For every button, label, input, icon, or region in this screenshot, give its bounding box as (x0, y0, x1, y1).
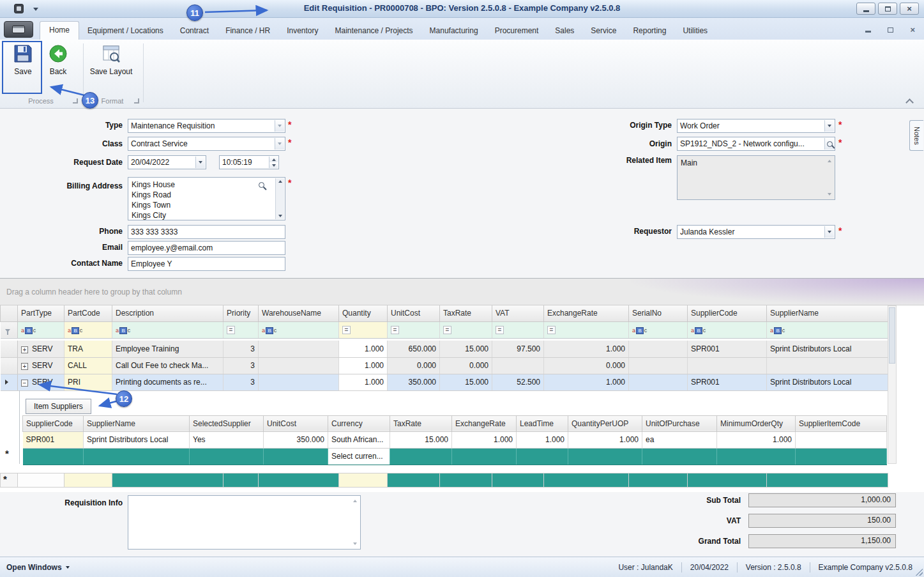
process-group-launcher-icon[interactable] (73, 98, 78, 104)
filter-partcode[interactable] (64, 321, 112, 338)
filter-parttype[interactable] (18, 321, 64, 338)
cell-serialno[interactable] (629, 341, 688, 357)
cell-suppliername[interactable] (767, 357, 888, 374)
tab-maintenance-projects[interactable]: Maintenance / Projects (327, 22, 421, 40)
collapse-row-icon[interactable] (21, 380, 28, 387)
subcolumn-exchangerate[interactable]: ExchangeRate (452, 415, 517, 431)
billing-address-scrollbar[interactable] (275, 178, 284, 219)
tab-home[interactable]: Home (40, 21, 79, 40)
format-group-launcher-icon[interactable] (134, 98, 139, 104)
close-button[interactable]: × (900, 3, 919, 15)
cell-serialno[interactable] (629, 374, 688, 390)
cell-taxrate[interactable]: 15.000 (440, 341, 492, 357)
tab-finance-hr[interactable]: Finance / HR (217, 22, 278, 40)
new-cell-quantity[interactable] (339, 473, 388, 487)
subcell-leadtime[interactable]: 1.000 (517, 431, 568, 448)
search-icon[interactable] (259, 182, 264, 188)
grid-row-3-selected[interactable]: SERV PRI Printing documents as re... 3 1… (1, 374, 888, 390)
column-header-priority[interactable]: Priority (223, 305, 259, 321)
scroll-down-icon[interactable] (353, 542, 357, 545)
chevron-down-icon[interactable] (195, 157, 205, 168)
cell-exchangerate[interactable]: 1.000 (544, 374, 629, 390)
type-field[interactable]: Maintenance Requisition (128, 119, 285, 133)
grid-vertical-scrollbar[interactable] (888, 305, 897, 464)
filter-warehousename[interactable] (259, 321, 339, 338)
open-windows-button[interactable]: Open Windows (6, 563, 70, 572)
scrollbar-thumb[interactable] (889, 307, 895, 364)
scroll-up-icon[interactable] (278, 180, 282, 183)
subcell-unitcost[interactable]: 350.000 (264, 431, 328, 448)
phone-field[interactable]: 333 333 3333 (128, 225, 285, 239)
column-header-warehousename[interactable]: WarehouseName (259, 305, 339, 321)
subcell-supplieritemcode[interactable] (796, 431, 887, 448)
cell-vat[interactable]: 97.500 (492, 341, 544, 357)
new-cell[interactable] (642, 448, 717, 465)
application-menu-button[interactable] (4, 21, 33, 38)
subcolumn-selectedsupplier[interactable]: SelectedSupplier (190, 415, 264, 431)
new-cell-parttype[interactable] (18, 473, 64, 487)
subcolumn-suppliername[interactable]: SupplierName (84, 415, 190, 431)
column-header-description[interactable]: Description (112, 305, 223, 321)
subcolumn-supplieritemcode[interactable]: SupplierItemCode (796, 415, 887, 431)
grid-row-1[interactable]: SERV TRA Employee Training 3 1.000 650.0… (1, 341, 888, 357)
subcolumn-leadtime[interactable]: LeadTime (517, 415, 568, 431)
cell-suppliername[interactable]: Sprint Distributors Local (767, 341, 888, 357)
chevron-down-icon[interactable] (824, 226, 834, 238)
resize-grip[interactable] (914, 567, 923, 576)
cell-taxrate[interactable]: 0.000 (440, 357, 492, 374)
request-date-field[interactable]: 20/04/2022 (128, 155, 206, 169)
new-cell-priority[interactable] (223, 473, 259, 487)
cell-exchangerate[interactable]: 0.000 (544, 357, 629, 374)
chevron-down-icon[interactable] (275, 138, 284, 150)
new-cell-warehousename[interactable] (259, 473, 339, 487)
cell-partcode[interactable]: PRI (64, 374, 112, 390)
subcell-taxrate[interactable]: 15.000 (390, 431, 452, 448)
cell-quantity[interactable]: 1.000 (339, 374, 388, 390)
new-cell[interactable] (84, 448, 190, 465)
email-field[interactable]: employee.y@email.com (128, 241, 285, 255)
subcell-exchangerate[interactable]: 1.000 (452, 431, 517, 448)
cell-partcode[interactable]: TRA (64, 341, 112, 357)
subgrid-new-row[interactable]: Select curren... (23, 448, 887, 465)
subgrid-row-1[interactable]: SPR001 Sprint Distributors Local Yes 350… (23, 431, 887, 448)
grid-new-item-row[interactable]: * (0, 473, 888, 488)
expand-row-icon[interactable] (21, 346, 28, 353)
subcell-currency[interactable]: South African... (328, 431, 390, 448)
filter-suppliername[interactable] (767, 321, 888, 338)
cell-unitcost[interactable]: 350.000 (388, 374, 440, 390)
filter-suppliercode[interactable] (688, 321, 767, 338)
new-cell-partcode[interactable] (64, 473, 112, 487)
origin-field[interactable]: SP1912_NDS_2 - Network configu... (677, 137, 835, 151)
column-header-parttype[interactable]: PartType (18, 305, 64, 321)
save-layout-button[interactable]: Save Layout (88, 43, 134, 76)
tab-utilities[interactable]: Utilities (674, 22, 716, 40)
column-header-taxrate[interactable]: TaxRate (440, 305, 492, 321)
new-cell-suppliername[interactable] (767, 473, 888, 487)
new-cell[interactable] (568, 448, 642, 465)
child-restore-icon[interactable] (888, 27, 893, 33)
new-cell-suppliercode[interactable] (688, 473, 767, 487)
column-header-unitcost[interactable]: UnitCost (388, 305, 440, 321)
filter-priority[interactable] (223, 321, 259, 338)
filter-quantity[interactable] (339, 321, 388, 338)
new-cell-currency[interactable]: Select curren... (328, 448, 390, 465)
new-cell[interactable] (517, 448, 568, 465)
column-header-suppliername[interactable]: SupplierName (767, 305, 888, 321)
cell-parttype[interactable]: SERV (18, 374, 64, 390)
contact-name-field[interactable]: Employee Y (128, 257, 285, 271)
minimize-button[interactable] (856, 3, 875, 15)
cell-priority[interactable]: 3 (223, 341, 259, 357)
related-item-field[interactable]: Main (677, 155, 835, 200)
chevron-down-icon[interactable] (275, 120, 284, 132)
subcolumn-taxrate[interactable]: TaxRate (390, 415, 452, 431)
subcolumn-quantityperuop[interactable]: QuantityPerUOP (568, 415, 642, 431)
notes-side-tab[interactable]: Notes (909, 120, 923, 151)
new-cell-description[interactable] (112, 473, 223, 487)
scroll-down-icon[interactable] (828, 193, 831, 196)
cell-parttype[interactable]: SERV (18, 357, 64, 374)
new-cell-exchangerate[interactable] (544, 473, 629, 487)
subcolumn-unitcost[interactable]: UnitCost (264, 415, 328, 431)
cell-vat[interactable] (492, 357, 544, 374)
cell-unitcost[interactable]: 650.000 (388, 341, 440, 357)
cell-vat[interactable]: 52.500 (492, 374, 544, 390)
